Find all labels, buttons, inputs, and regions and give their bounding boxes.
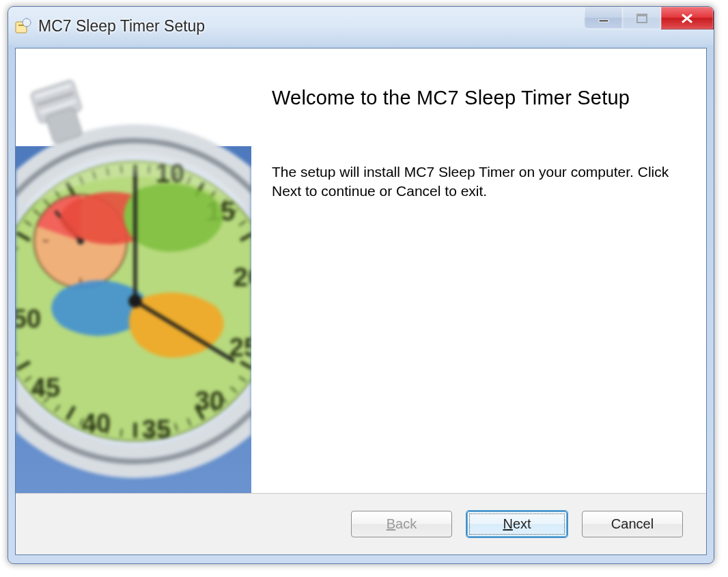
svg-text:45: 45 <box>31 374 60 402</box>
svg-text:20: 20 <box>234 263 251 292</box>
caption-buttons <box>584 7 714 29</box>
wizard-heading: Welcome to the MC7 Sleep Timer Setup <box>272 87 687 109</box>
back-button-access-key: B <box>387 516 395 531</box>
svg-rect-5 <box>637 14 647 16</box>
cancel-button[interactable]: Cancel <box>582 511 683 537</box>
svg-text:50: 50 <box>16 305 41 333</box>
client-area: 10 15 20 25 30 35 40 45 50 <box>15 48 707 555</box>
back-button: Back <box>351 511 452 537</box>
wizard-content: Welcome to the MC7 Sleep Timer Setup The… <box>251 48 706 494</box>
installer-icon <box>15 18 31 34</box>
next-button-access-key: N <box>503 516 512 531</box>
svg-text:30: 30 <box>195 386 224 415</box>
wizard-body: 10 15 20 25 30 35 40 45 50 <box>16 48 706 494</box>
svg-text:40: 40 <box>82 409 111 438</box>
svg-text:35: 35 <box>142 415 171 444</box>
back-button-label: ack <box>395 516 417 531</box>
maximize-icon <box>636 9 648 27</box>
window-title: MC7 Sleep Timer Setup <box>38 17 205 36</box>
svg-rect-3 <box>599 20 608 22</box>
minimize-button[interactable] <box>584 7 623 29</box>
wizard-body-text: The setup will install MC7 Sleep Timer o… <box>272 163 687 201</box>
next-button-label: ext <box>513 516 531 531</box>
wizard-footer: Back Next Cancel <box>16 493 706 554</box>
svg-rect-2 <box>18 25 24 26</box>
installer-window: MC7 Sleep Timer Setup <box>8 6 714 564</box>
svg-text:25: 25 <box>229 333 251 362</box>
close-icon <box>680 9 694 27</box>
wizard-banner: 10 15 20 25 30 35 40 45 50 <box>16 48 251 494</box>
titlebar[interactable]: MC7 Sleep Timer Setup <box>8 7 714 45</box>
close-button[interactable] <box>661 7 714 29</box>
maximize-button <box>623 7 661 29</box>
svg-line-47 <box>121 429 122 437</box>
minimize-icon <box>598 9 610 27</box>
next-button[interactable]: Next <box>466 511 568 537</box>
